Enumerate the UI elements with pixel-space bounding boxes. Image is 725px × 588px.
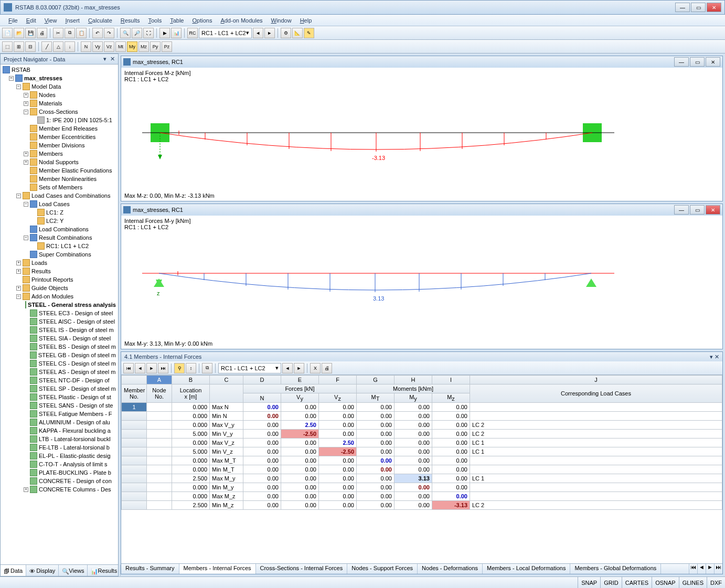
result-tab[interactable]: Nodes - Deformations [418, 564, 483, 574]
nav-tab-display[interactable]: 👁Display [26, 565, 59, 576]
tree-item[interactable]: +Materials [2, 99, 117, 108]
minimize-button[interactable]: — [675, 3, 690, 12]
misc-2-icon[interactable]: 📐 [292, 28, 303, 38]
maximize-button[interactable]: ▭ [691, 3, 706, 12]
tree-item[interactable]: Member End Releases [2, 124, 117, 133]
table-row[interactable]: 5.000Min V_z0.000.00-2.500.000.000.00LC … [122, 447, 722, 456]
tree-item[interactable]: CONCRETE - Design of con [2, 477, 117, 485]
loading-combo[interactable]: RC1 - LC1 + LC2▾ [199, 28, 252, 38]
tp-next-icon[interactable]: ► [146, 363, 157, 373]
menu-help[interactable]: Help [296, 16, 316, 25]
status-dxf[interactable]: DXF [707, 577, 725, 588]
tp-pin-icon[interactable]: ▾ [710, 354, 713, 360]
diagram-pz-icon[interactable]: Pz [162, 41, 172, 52]
redo-icon[interactable]: ↷ [104, 28, 114, 38]
menu-table[interactable]: Table [166, 16, 188, 25]
menu-tools[interactable]: Tools [144, 16, 166, 25]
tree-item[interactable]: −Model Data [2, 82, 117, 91]
status-glines[interactable]: GLINES [679, 577, 707, 588]
gw1-close[interactable]: ✕ [706, 57, 720, 67]
tp-prev-icon[interactable]: ◄ [135, 363, 145, 373]
result-tab[interactable]: Members - Internal Forces [179, 564, 256, 574]
table-row[interactable]: 0.000Max M_T0.000.000.000.000.000.00 [122, 456, 722, 465]
tree-item[interactable]: STEEL BS - Design of steel m [2, 343, 117, 351]
result-tab[interactable]: Results - Summary [121, 564, 179, 574]
tree-item[interactable]: Printout Reports [2, 275, 117, 284]
nav-tab-views[interactable]: 🔍Views [59, 565, 88, 576]
open-icon[interactable]: 📂 [14, 28, 24, 38]
table-row[interactable]: 0.000Max M_z0.000.000.000.000.000.00 [122, 492, 722, 501]
table-row[interactable]: 10.000Max N0.000.000.000.000.000.00 [122, 403, 722, 412]
navigator-tree[interactable]: RSTAB −max_stresses −Model Data+Nodes+Ma… [1, 65, 118, 564]
results-icon[interactable]: 📊 [171, 28, 182, 38]
table-row[interactable]: 2.500Max M_y0.000.000.000.003.130.00LC 1 [122, 474, 722, 483]
support-icon[interactable]: △ [53, 41, 63, 52]
tp-first-icon[interactable]: ⏮ [123, 363, 134, 373]
misc-1-icon[interactable]: ⚙ [281, 28, 291, 38]
diagram-py-icon[interactable]: Py [150, 41, 161, 52]
gw2-minimize[interactable]: — [674, 205, 689, 215]
tree-item[interactable]: STEEL - General stress analysis [2, 301, 117, 309]
diagram-my-icon[interactable]: My [127, 41, 137, 52]
view-2-icon[interactable]: ⊞ [14, 41, 24, 52]
menu-edit[interactable]: Edit [22, 16, 40, 25]
menu-results[interactable]: Results [116, 16, 144, 25]
tp-export-excel-icon[interactable]: X [310, 363, 321, 373]
tree-item[interactable]: LTB - Lateral-torsional buckl [2, 435, 117, 443]
result-tab[interactable]: Members - Global Deformations [570, 564, 661, 574]
tree-item[interactable]: STEEL SIA - Design of steel [2, 334, 117, 343]
menu-file[interactable]: File [4, 16, 22, 25]
tree-item[interactable]: STEEL GB - Design of steel m [2, 351, 117, 359]
tree-item[interactable]: LC1: Z [2, 208, 117, 217]
table-grid[interactable]: ABCDEFGHIJMemberNo.NodeNo.Locationx [m]F… [121, 375, 722, 563]
table-row[interactable]: 0.000Max V_y0.002.500.000.000.000.00LC 2 [122, 421, 722, 430]
tree-item[interactable]: STEEL EC3 - Design of steel [2, 309, 117, 317]
tree-item[interactable]: STEEL Plastic - Design of st [2, 393, 117, 401]
menu-options[interactable]: Options [188, 16, 216, 25]
status-grid[interactable]: GRID [600, 577, 622, 588]
tree-item[interactable]: STEEL AISC - Design of steel [2, 317, 117, 326]
diagram-vz-icon[interactable]: Vz [104, 41, 114, 52]
result-tab[interactable]: Cross-Sections - Internal Forces [256, 564, 348, 574]
nav-tab-data[interactable]: 🗐Data [1, 565, 26, 576]
graphwin2-canvas[interactable]: Internal Forces M-y [kNm] RC1 : LC1 + LC… [121, 216, 722, 349]
gw2-close[interactable]: ✕ [706, 205, 720, 215]
copy-icon[interactable]: ⧉ [65, 28, 75, 38]
tab-nav-first[interactable]: ⏮ [689, 564, 697, 574]
prev-lc-icon[interactable]: ◄ [253, 28, 263, 38]
zoom-fit-icon[interactable]: ⛶ [143, 28, 154, 38]
table-row[interactable]: 0.000Max V_z0.000.002.500.000.000.00LC 1 [122, 439, 722, 447]
tree-item[interactable]: +Loads [2, 259, 117, 267]
tree-item[interactable]: ALUMINIUM - Design of alu [2, 418, 117, 426]
menu-add-on-modules[interactable]: Add-on Modules [216, 16, 266, 25]
load-icon[interactable]: ↓ [65, 41, 75, 52]
calculate-icon[interactable]: ▶ [159, 28, 170, 38]
tree-item[interactable]: +Members [2, 149, 117, 158]
tp-sort-icon[interactable]: ↕ [186, 363, 196, 373]
cut-icon[interactable]: ✂ [53, 28, 63, 38]
tree-item[interactable]: LC2: Y [2, 217, 117, 225]
nav-tab-results[interactable]: 📊Results [88, 565, 121, 576]
table-row[interactable]: 0.000Min M_T0.000.000.000.000.000.00 [122, 465, 722, 474]
tree-item[interactable]: FE-LTB - Lateral-torsional b [2, 443, 117, 452]
tree-item[interactable]: C-TO-T - Analysis of limit s [2, 460, 117, 468]
tree-item[interactable]: +Nodes [2, 91, 117, 99]
tree-item[interactable]: STEEL AS - Design of steel m [2, 368, 117, 376]
tree-item[interactable]: +Guide Objects [2, 284, 117, 292]
save-icon[interactable]: 💾 [25, 28, 36, 38]
zoom-out-icon[interactable]: 🔎 [132, 28, 142, 38]
tree-item[interactable]: +Results [2, 267, 117, 275]
menu-window[interactable]: Window [267, 16, 296, 25]
tree-item[interactable]: Member Elastic Foundations [2, 166, 117, 175]
zoom-in-icon[interactable]: 🔍 [120, 28, 131, 38]
tp-print-icon[interactable]: 🖨 [322, 363, 332, 373]
tree-item[interactable]: −Load Cases [2, 200, 117, 208]
menu-calculate[interactable]: Calculate [84, 16, 116, 25]
view-1-icon[interactable]: ⬚ [2, 41, 13, 52]
gw2-maximize[interactable]: ▭ [690, 205, 705, 215]
view-3-icon[interactable]: ⊟ [25, 41, 36, 52]
table-row[interactable]: 0.000Min M_y0.000.000.000.000.000.00 [122, 483, 722, 492]
next-lc-icon[interactable]: ► [264, 28, 275, 38]
paste-icon[interactable]: 📋 [76, 28, 87, 38]
tab-nav-prev[interactable]: ◄ [697, 564, 706, 574]
